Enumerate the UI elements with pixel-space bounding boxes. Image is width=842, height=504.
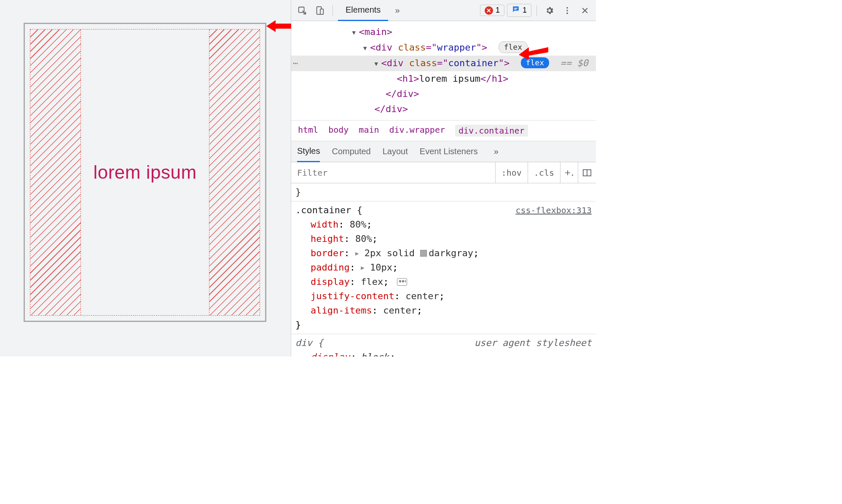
tab-layout[interactable]: Layout (383, 141, 408, 162)
messages-badge[interactable]: 1 (507, 4, 531, 17)
styles-filter-row: :hov .cls ▾ (291, 162, 596, 183)
tab-computed[interactable]: Computed (332, 141, 370, 162)
tab-elements[interactable]: Elements (338, 0, 388, 21)
declaration[interactable]: height: 80%; (295, 232, 592, 246)
cls-toggle[interactable]: .cls (528, 162, 560, 183)
inspect-icon[interactable] (295, 3, 310, 18)
tab-styles[interactable]: Styles (297, 141, 320, 162)
dom-node-close[interactable]: </div> (291, 102, 596, 117)
declaration[interactable]: padding: ▶ 10px; (295, 260, 592, 275)
rule-selector[interactable]: div { (295, 336, 323, 350)
kebab-icon[interactable] (560, 3, 575, 18)
dom-ellipsis-icon[interactable]: ⋯ (293, 56, 298, 71)
more-style-tabs-icon[interactable]: » (490, 147, 503, 156)
dom-node-wrapper[interactable]: ▼<div class="wrapper"> flex (291, 40, 596, 56)
messages-count: 1 (523, 6, 527, 15)
heading-text: lorem ipsum (93, 162, 196, 183)
close-icon[interactable] (577, 3, 593, 18)
crumb-main[interactable]: main (359, 125, 379, 137)
rule-ua: div { user agent stylesheet (295, 336, 592, 350)
dom-tree[interactable]: ▼<main> ▼<div class="wrapper"> flex ⋯ ▼<… (291, 21, 596, 120)
hov-toggle[interactable]: :hov (496, 162, 528, 183)
color-swatch-icon[interactable] (420, 250, 427, 257)
crumb-html[interactable]: html (298, 125, 318, 137)
declaration[interactable]: display: flex; (295, 275, 592, 289)
svg-rect-3 (320, 9, 323, 14)
rule-selector[interactable]: .container { (295, 203, 362, 217)
rule-close-brace: } (295, 318, 592, 332)
flex-overlay: lorem ipsum (30, 29, 260, 316)
more-tabs-icon[interactable]: » (391, 5, 404, 15)
svg-marker-9 (519, 47, 548, 60)
error-icon: ✕ (485, 6, 493, 15)
dom-node-close[interactable]: </div> (291, 86, 596, 102)
computed-toggle-icon[interactable] (578, 162, 596, 183)
svg-point-8 (566, 12, 568, 14)
settings-icon[interactable] (542, 3, 557, 18)
dom-node-main[interactable]: ▼<main> (291, 24, 596, 40)
styles-tabs: Styles Computed Layout Event Listeners » (291, 141, 596, 162)
rule-source-link[interactable]: css-flexbox:313 (515, 203, 592, 217)
selected-marker: == $0 (560, 58, 588, 68)
new-rule-icon[interactable]: ▾ (560, 162, 578, 183)
declaration[interactable]: width: 80%; (295, 217, 592, 232)
container-element[interactable]: lorem ipsum (24, 23, 266, 322)
tab-event-listeners[interactable]: Event Listeners (420, 141, 478, 162)
svg-point-6 (566, 7, 568, 8)
device-icon[interactable] (312, 3, 327, 18)
flex-free-space-right (209, 29, 260, 315)
dom-node-container[interactable]: ⋯ ▼<div class="container"> flex == $0 (291, 56, 596, 71)
declaration-overridden[interactable]: display: block; (295, 350, 592, 357)
crumb-body[interactable]: body (328, 125, 349, 137)
flex-editor-icon[interactable] (397, 278, 407, 286)
styles-filter-input[interactable] (291, 162, 496, 183)
dom-breadcrumbs: html body main div.wrapper div.container (291, 120, 596, 141)
devtools-panel: Elements » ✕ 1 1 (291, 0, 596, 357)
rule-close-brace: } (295, 185, 592, 199)
toolbar-separator (536, 5, 537, 16)
message-icon (512, 5, 520, 16)
crumb-wrapper[interactable]: div.wrapper (389, 125, 445, 137)
declaration[interactable]: justify-content: center; (295, 289, 592, 303)
declaration[interactable]: align-items: center; (295, 303, 592, 318)
rendered-page-pane: lorem ipsum (0, 0, 291, 357)
svg-point-7 (566, 10, 568, 11)
devtools-toolbar: Elements » ✕ 1 1 (291, 0, 596, 21)
errors-badge[interactable]: ✕ 1 (480, 5, 504, 16)
svg-rect-4 (514, 8, 518, 9)
svg-rect-5 (514, 9, 517, 10)
rule-source-ua: user agent stylesheet (475, 336, 592, 350)
declaration[interactable]: border: ▶ 2px solid darkgray; (295, 246, 592, 260)
rule-container[interactable]: .container { css-flexbox:313 (295, 203, 592, 217)
dom-node-h1[interactable]: <h1>lorem ipsum</h1> (291, 71, 596, 86)
toolbar-separator (333, 5, 333, 16)
flex-item-cell: lorem ipsum (81, 29, 209, 315)
styles-pane[interactable]: } .container { css-flexbox:313 width: 80… (291, 183, 596, 357)
flex-free-space-left (30, 29, 81, 315)
app-root: lorem ipsum Elements » ✕ 1 (0, 0, 596, 357)
annotation-arrow-right (519, 43, 548, 60)
errors-count: 1 (496, 6, 500, 15)
crumb-container[interactable]: div.container (455, 125, 528, 137)
